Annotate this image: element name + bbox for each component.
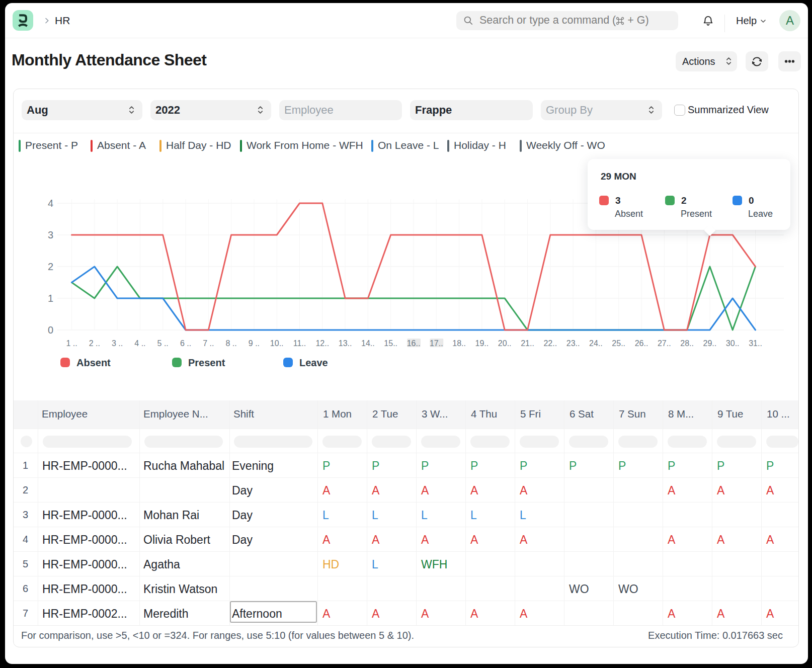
svg-text:10..: 10.. [270,339,284,348]
svg-text:4: 4 [48,198,53,209]
svg-text:23..: 23.. [566,339,580,348]
svg-text:0: 0 [48,324,53,336]
svg-text:18..: 18.. [452,339,466,348]
svg-text:29..: 29.. [703,339,717,348]
svg-text:13..: 13.. [339,339,352,348]
svg-text:28..: 28.. [680,339,694,348]
svg-text:30..: 30.. [726,339,740,348]
svg-text:19..: 19.. [475,339,489,348]
svg-text:31..: 31.. [749,339,762,348]
svg-text:16..: 16.. [407,339,421,348]
svg-text:20..: 20.. [498,339,512,348]
svg-text:1 ..: 1 .. [66,339,77,348]
svg-text:2: 2 [48,261,53,272]
svg-text:21..: 21.. [521,339,534,348]
svg-text:8 ..: 8 .. [225,339,236,348]
svg-text:11..: 11.. [293,339,306,348]
svg-text:15..: 15.. [384,339,397,348]
svg-text:6 ..: 6 .. [180,339,191,348]
svg-text:3: 3 [48,229,53,240]
svg-text:22..: 22.. [543,339,557,348]
svg-text:17..: 17.. [430,339,443,348]
svg-text:26..: 26.. [635,339,648,348]
svg-text:25..: 25.. [612,339,625,348]
svg-text:12..: 12.. [315,339,329,348]
svg-text:24..: 24.. [589,339,603,348]
svg-text:1: 1 [48,293,53,304]
svg-text:9 ..: 9 .. [249,339,260,348]
svg-text:27..: 27.. [658,339,671,348]
svg-text:5 ..: 5 .. [157,339,169,348]
svg-text:3 ..: 3 .. [112,339,123,348]
svg-text:14..: 14.. [361,339,375,348]
svg-text:4 ..: 4 .. [134,339,145,348]
svg-text:7 ..: 7 .. [203,339,214,348]
svg-text:2 ..: 2 .. [89,339,100,348]
